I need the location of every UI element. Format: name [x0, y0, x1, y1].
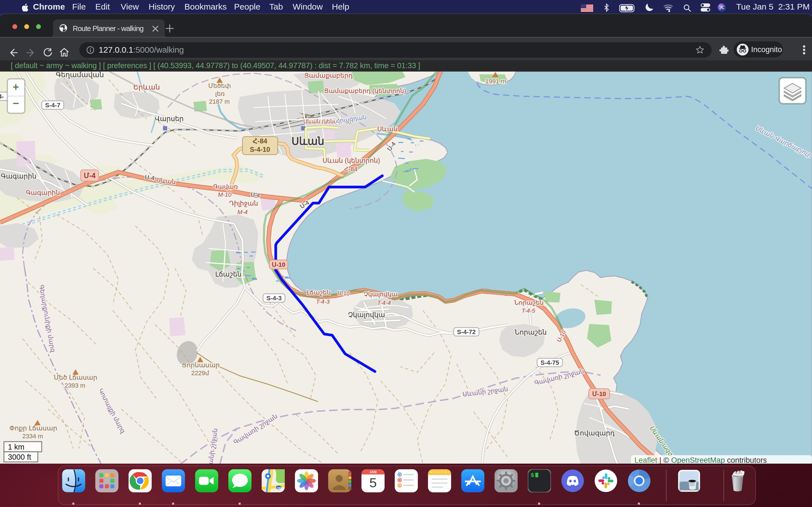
svg-text:T-4-4: T-4-4	[377, 299, 391, 306]
svg-text:Նորաշեն: Նորաշեն	[514, 299, 544, 306]
svg-text:$: $	[530, 472, 534, 478]
svg-text:S-4-7: S-4-7	[45, 102, 60, 109]
svg-text:2187 m: 2187 m	[209, 98, 230, 105]
svg-text:S-4-72: S-4-72	[457, 328, 476, 335]
svg-text:1 km: 1 km	[8, 443, 24, 451]
svg-text:Հ-84: Հ-84	[344, 166, 357, 173]
svg-text:Մ-10: Մ-10	[592, 390, 606, 397]
svg-text:Լճաշեն: Լճաշեն	[215, 270, 242, 278]
svg-text:Չկալովկա: Չկալովկա	[364, 291, 398, 298]
svg-text:Ս-4: Ս-4	[251, 191, 260, 199]
svg-text:5: 5	[369, 475, 377, 490]
svg-text:Ծովազարդ: Ծովազարդ	[574, 429, 615, 437]
svg-text:Դիլիջան: Դիլիջան	[229, 200, 258, 207]
svg-text:Գեղամավան: Գեղամավան	[56, 71, 104, 78]
svg-text:Ցամաքաբերդ (կենտրոն): Ցամաքաբերդ (կենտրոն)	[324, 87, 406, 94]
svg-text:Նորաշեն: Նորաշեն	[515, 328, 547, 336]
svg-text:Ցորնասար: Ցորնասար	[182, 361, 220, 369]
svg-text:S-4-10: S-4-10	[250, 146, 270, 153]
svg-text:2229մ: 2229մ	[192, 370, 209, 377]
svg-text:Ս-10: Ս-10	[272, 261, 285, 268]
svg-text:Գավառ: Գավառ	[213, 183, 238, 190]
svg-text:Լճաշեն: Լճաշեն	[306, 289, 331, 296]
svg-text:Փոքր Լճասար: Փոքր Լճասար	[9, 425, 57, 432]
svg-text:Ս-10: Ս-10	[337, 290, 350, 297]
svg-text:T-4-3: T-4-3	[316, 298, 330, 305]
svg-text:M-10: M-10	[218, 191, 232, 198]
svg-text:M-4: M-4	[238, 209, 248, 215]
svg-text:Վարսեր: Վարսեր	[155, 115, 184, 122]
svg-text:Սևան: Սևան	[292, 135, 324, 147]
svg-text:Մեծեփ: Մեծեփ	[208, 82, 231, 89]
svg-text:Ս-4: Ս-4	[145, 174, 155, 181]
svg-text:1991 m: 1991 m	[485, 78, 506, 85]
svg-text:-4-: -4-	[0, 93, 4, 100]
svg-text:Հ-84: Հ-84	[253, 137, 267, 145]
svg-text:+: +	[13, 81, 19, 93]
svg-text:Leaflet | © OpenStreetMap con: Leaflet | © OpenStreetMap contributors	[635, 456, 767, 464]
svg-text:Մեծ Լճասար: Մեծ Լճասար	[54, 374, 97, 381]
svg-text:S-4-75: S-4-75	[541, 359, 559, 366]
svg-text:Սևան: Սևան	[377, 125, 398, 133]
svg-text:Գագարին: Գագարին	[26, 189, 60, 196]
svg-text:−: −	[13, 98, 19, 109]
svg-text:Սևան (կենտրոն): Սևան (կենտրոն)	[322, 157, 380, 164]
svg-text:Երևան: Երևան	[133, 83, 160, 91]
svg-text:JAN: JAN	[370, 470, 377, 474]
svg-text:Մ-4: Մ-4	[84, 172, 96, 179]
svg-text:2393 m: 2393 m	[64, 382, 85, 389]
svg-text:լեռ: լեռ	[215, 90, 225, 97]
svg-text:T-4-5: T-4-5	[522, 307, 536, 314]
svg-text:Չկալովկա: Չկալովկա	[348, 311, 385, 319]
svg-text:Ցամաքաբերդ: Ցամաքաբերդ	[304, 72, 353, 79]
svg-text:S-4-3: S-4-3	[266, 295, 282, 302]
svg-text:2334 m: 2334 m	[22, 433, 43, 440]
svg-text:3000 ft: 3000 ft	[8, 453, 31, 461]
svg-text:280: 280	[276, 487, 282, 490]
svg-text:Գագարին: Գագարին	[1, 172, 36, 180]
